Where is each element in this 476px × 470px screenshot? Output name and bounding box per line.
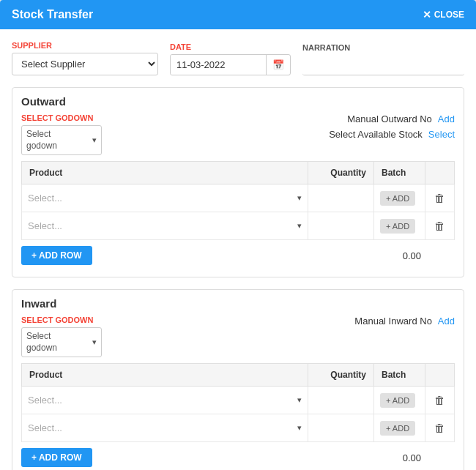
- narration-group: NARRATION: [302, 43, 464, 75]
- outward-stock-row: Select Available Stock Select: [329, 129, 455, 140]
- inward-section: Inward Select Godown Selectgodown ▾ Manu…: [12, 289, 464, 470]
- inward-title: Inward: [21, 297, 56, 310]
- outward-select-link[interactable]: Select: [428, 129, 455, 140]
- inward-godown-chevron-icon: ▾: [92, 337, 97, 347]
- outward-product-chevron-icon-1: ▾: [297, 221, 302, 231]
- inward-add-link[interactable]: Add: [438, 316, 455, 327]
- outward-product-placeholder-1: Select...: [28, 220, 297, 231]
- inward-delete-btn-0[interactable]: 🗑: [431, 392, 448, 408]
- outward-add-batch-btn-1[interactable]: + ADD: [380, 219, 415, 234]
- outward-col-product: Product: [22, 162, 308, 184]
- date-group: DATE 📅: [170, 42, 291, 75]
- outward-product-chevron-icon-0: ▾: [297, 193, 302, 203]
- inward-godown-select[interactable]: Selectgodown ▾: [21, 327, 102, 357]
- outward-inner: Select Godown Selectgodown ▾ Manual Outw…: [12, 108, 464, 277]
- inward-product-cell-1: Select... ▾: [22, 414, 308, 442]
- supplier-label: SUPPLIER: [12, 41, 158, 50]
- supplier-group: SUPPLIER Select Supplier: [12, 41, 158, 75]
- outward-col-action: [425, 162, 455, 184]
- close-label: CLOSE: [434, 10, 464, 20]
- outward-add-batch-btn-0[interactable]: + ADD: [380, 191, 415, 206]
- modal-header: Stock Transfer ✕ CLOSE: [0, 0, 476, 29]
- narration-label: NARRATION: [302, 43, 464, 52]
- inward-add-row-button[interactable]: + ADD ROW: [21, 448, 92, 467]
- inward-godown-row: Select Godown Selectgodown ▾ Manual Inwa…: [21, 316, 455, 357]
- inward-batch-cell-1: + ADD: [374, 414, 425, 442]
- outward-qty-input-0[interactable]: [314, 188, 368, 208]
- inward-delete-btn-1[interactable]: 🗑: [431, 420, 448, 436]
- outward-batch-cell-0: + ADD: [374, 184, 425, 212]
- outward-total: 0.00: [403, 250, 421, 261]
- outward-section: Outward Select Godown Selectgodown ▾ Man…: [12, 87, 464, 277]
- outward-delete-cell-1: 🗑: [425, 212, 455, 240]
- modal-body: SUPPLIER Select Supplier DATE 📅 NARRATIO…: [0, 29, 476, 470]
- modal-title: Stock Transfer: [12, 8, 93, 21]
- inward-manual-info: Manual Inward No Add: [354, 316, 455, 327]
- inward-product-cell-0: Select... ▾: [22, 387, 308, 414]
- outward-godown-row: Select Godown Selectgodown ▾ Manual Outw…: [21, 113, 455, 155]
- inward-product-table: Product Quantity Batch Select... ▾ + ADD: [21, 363, 455, 442]
- inward-product-select-0[interactable]: Select... ▾: [28, 395, 302, 406]
- outward-product-select-1[interactable]: Select... ▾: [28, 220, 302, 231]
- inward-total: 0.00: [403, 452, 421, 463]
- outward-product-select-0[interactable]: Select... ▾: [28, 193, 302, 204]
- close-x-icon: ✕: [423, 9, 431, 20]
- inward-manual-no-row: Manual Inward No Add: [354, 316, 455, 327]
- inward-col-batch: Batch: [374, 364, 425, 387]
- inward-delete-cell-1: 🗑: [425, 414, 455, 442]
- calendar-icon[interactable]: 📅: [266, 55, 290, 75]
- inward-add-batch-btn-1[interactable]: + ADD: [380, 421, 415, 436]
- table-row: Select... ▾ + ADD 🗑: [22, 184, 455, 212]
- table-row: Select... ▾ + ADD 🗑: [22, 387, 455, 414]
- outward-qty-input-1[interactable]: [314, 216, 368, 236]
- outward-add-row-button[interactable]: + ADD ROW: [21, 246, 92, 265]
- close-button[interactable]: ✕ CLOSE: [423, 9, 464, 20]
- outward-product-table: Product Quantity Batch Select... ▾ + ADD: [21, 161, 455, 240]
- inward-qty-input-0[interactable]: [314, 390, 368, 410]
- inward-col-action: [425, 364, 455, 387]
- date-input-wrap: 📅: [170, 54, 291, 75]
- outward-delete-btn-1[interactable]: 🗑: [431, 218, 448, 234]
- inward-product-chevron-icon-1: ▾: [297, 423, 302, 433]
- table-row: Select... ▾ + ADD 🗑: [22, 212, 455, 240]
- outward-godown-chevron-icon: ▾: [92, 135, 97, 145]
- outward-qty-cell-1[interactable]: [308, 212, 374, 240]
- outward-qty-cell-0[interactable]: [308, 184, 374, 212]
- outward-godown-select[interactable]: Selectgodown ▾: [21, 125, 102, 155]
- outward-add-link[interactable]: Add: [438, 113, 455, 124]
- inward-batch-cell-0: + ADD: [374, 387, 425, 414]
- outward-product-cell-1: Select... ▾: [22, 212, 308, 240]
- inward-product-placeholder-1: Select...: [28, 422, 297, 433]
- inward-godown-label: Select Godown: [21, 316, 102, 324]
- inward-col-quantity: Quantity: [308, 364, 374, 387]
- stock-transfer-modal: Stock Transfer ✕ CLOSE SUPPLIER Select S…: [0, 0, 476, 470]
- outward-stock-label: Select Available Stock: [329, 129, 423, 140]
- inward-product-placeholder-0: Select...: [28, 395, 297, 406]
- outward-batch-cell-1: + ADD: [374, 212, 425, 240]
- outward-col-batch: Batch: [374, 162, 425, 184]
- inward-add-batch-btn-0[interactable]: + ADD: [380, 393, 415, 408]
- inward-godown-text: Selectgodown: [26, 331, 92, 354]
- outward-product-placeholder-0: Select...: [28, 193, 297, 204]
- inward-qty-cell-0[interactable]: [308, 387, 374, 414]
- outward-godown-text: Selectgodown: [26, 129, 92, 152]
- inward-godown-group: Select Godown Selectgodown ▾: [21, 316, 102, 357]
- outward-product-cell-0: Select... ▾: [22, 184, 308, 212]
- inward-qty-input-1[interactable]: [314, 418, 368, 438]
- outward-delete-cell-0: 🗑: [425, 184, 455, 212]
- outward-delete-btn-0[interactable]: 🗑: [431, 190, 448, 206]
- inward-title-bar: Inward: [12, 290, 464, 310]
- date-input[interactable]: [171, 55, 266, 75]
- outward-col-quantity: Quantity: [308, 162, 374, 184]
- supplier-select[interactable]: Select Supplier: [12, 53, 158, 75]
- inward-qty-cell-1[interactable]: [308, 414, 374, 442]
- table-row: Select... ▾ + ADD 🗑: [22, 414, 455, 442]
- outward-manual-info: Manual Outward No Add Select Available S…: [329, 113, 455, 140]
- outward-manual-no-row: Manual Outward No Add: [347, 113, 455, 124]
- outward-title: Outward: [21, 95, 66, 108]
- inward-col-product: Product: [22, 364, 308, 387]
- inward-product-select-1[interactable]: Select... ▾: [28, 422, 302, 433]
- date-label: DATE: [170, 42, 291, 51]
- outward-title-bar: Outward: [12, 88, 464, 108]
- narration-input[interactable]: [302, 55, 464, 75]
